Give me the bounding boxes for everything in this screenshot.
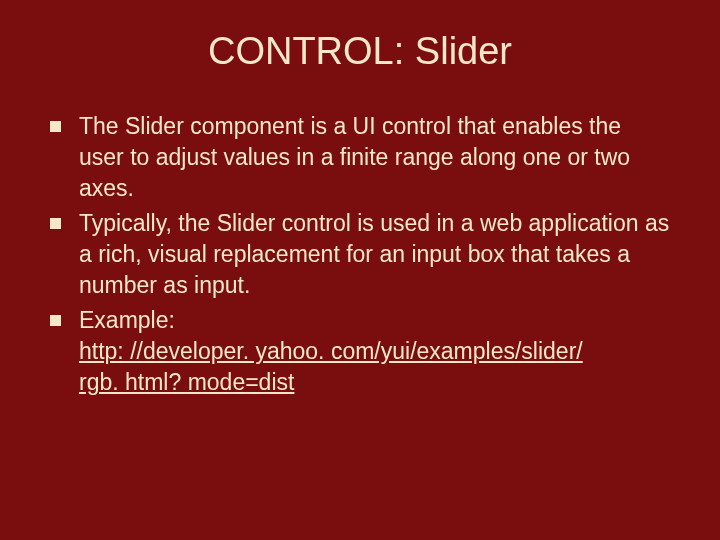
square-bullet-icon	[50, 121, 61, 132]
list-item: Typically, the Slider control is used in…	[50, 208, 670, 301]
square-bullet-icon	[50, 218, 61, 229]
bullet-text: Typically, the Slider control is used in…	[79, 208, 670, 301]
list-item: The Slider component is a UI control tha…	[50, 111, 670, 204]
square-bullet-icon	[50, 315, 61, 326]
slide-container: CONTROL: Slider The Slider component is …	[0, 0, 720, 540]
bullet-text: The Slider component is a UI control tha…	[79, 111, 670, 204]
bullet-list: The Slider component is a UI control tha…	[50, 111, 670, 398]
example-link-line-2[interactable]: rgb. html? mode=dist	[79, 367, 670, 398]
bullet-text: Example: http: //developer. yahoo. com/y…	[79, 305, 670, 398]
example-label: Example:	[79, 305, 670, 336]
example-link-line-1[interactable]: http: //developer. yahoo. com/yui/exampl…	[79, 336, 670, 367]
list-item: Example: http: //developer. yahoo. com/y…	[50, 305, 670, 398]
slide-title: CONTROL: Slider	[50, 30, 670, 73]
